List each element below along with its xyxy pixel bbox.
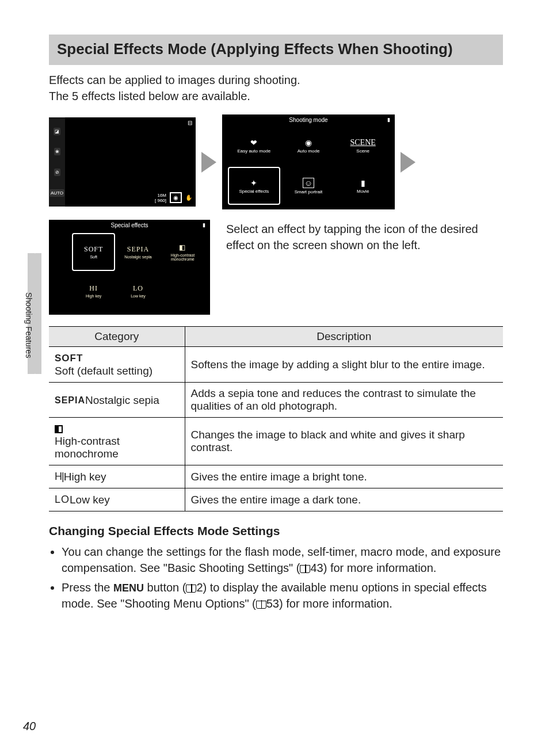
mode-movie: ▮Movie: [337, 167, 389, 205]
arrow-right-icon: [401, 152, 415, 173]
effect-soft: SOFTSoft: [72, 233, 115, 271]
menu-button-label: MENU: [113, 582, 144, 594]
page-title: Special Effects Mode (Applying Effects W…: [49, 35, 503, 65]
shooting-mode-menu-screenshot: Shooting mode ▮ ❤Easy auto mode ◉Auto mo…: [222, 114, 395, 209]
description-cell: Gives the entire image a dark tone.: [185, 488, 503, 511]
description-cell: Adds a sepia tone and reduces the contra…: [185, 383, 503, 418]
table-header-description: Description: [185, 327, 503, 347]
category-cell: LO Low key: [49, 488, 185, 511]
effect-sepia: SEPIANostalgic sepia: [116, 233, 159, 271]
preview-counter-bottom: [ 960]: [155, 198, 166, 203]
effect-high-contrast: ◧High-contrast monochrome: [161, 233, 204, 271]
shooting-mode-title: Shooting mode: [289, 117, 327, 123]
category-cell: SEPIA Nostalgic sepia: [49, 383, 185, 418]
table-row: SEPIA Nostalgic sepiaAdds a sepia tone a…: [49, 383, 503, 418]
arrow-right-icon: [201, 152, 216, 173]
mode-special-effects: ✦Special effects: [228, 167, 280, 205]
page-number: 40: [23, 720, 36, 733]
camera-preview-screenshot: ◪ ❀ ⊘ AUTO ⊟ 16M [ 960] ◉ ✋: [49, 117, 196, 207]
preview-sidebar-icon: ❀: [54, 148, 60, 155]
effect-low-key: LOLow key: [116, 272, 159, 310]
bullet-2: Press the MENU button (2) to display the…: [62, 579, 503, 612]
preview-sidebar-icon: ⊘: [54, 169, 60, 176]
bullet-1: You can change the settings for the flas…: [62, 544, 503, 576]
description-cell: Gives the entire image a bright tone.: [185, 465, 503, 488]
special-effects-menu-screenshot: Special effects ▮ SOFTSoft SEPIANostalgi…: [49, 220, 210, 315]
category-cell: High-contrast monochrome: [49, 418, 185, 465]
preview-sidebar-icon: ◪: [54, 128, 60, 135]
book-icon: [300, 565, 310, 573]
intro-line-2: The 5 effects listed below are available…: [49, 88, 503, 104]
book-icon: [256, 601, 266, 609]
book-icon: [186, 585, 196, 593]
battery-icon: ▮: [387, 117, 390, 123]
table-row: LO Low keyGives the entire image a dark …: [49, 488, 503, 511]
table-header-category: Category: [49, 327, 185, 347]
subheading: Changing Special Effects Mode Settings: [49, 524, 503, 538]
table-row: SOFT Soft (default setting)Softens the i…: [49, 347, 503, 383]
preview-sidebar-icon: AUTO: [49, 189, 64, 197]
description-cell: Softens the image by adding a slight blu…: [185, 347, 503, 383]
side-tab-label: Shooting Features: [24, 292, 33, 358]
preview-hand-icon: ✋: [185, 194, 192, 201]
category-cell: SOFT Soft (default setting): [49, 347, 185, 383]
preview-stack-icon: ⊟: [188, 120, 192, 126]
battery-icon: ▮: [203, 222, 205, 228]
effect-high-key: HIHigh key: [72, 272, 115, 310]
camera-mode-icon: ◉: [170, 192, 182, 203]
table-row: High-contrast monochromeChanges the imag…: [49, 418, 503, 465]
mode-smart-portrait: ☺Smart portrait: [283, 167, 335, 205]
mode-scene: SCENEScene: [337, 127, 389, 165]
mode-auto: ◉Auto mode: [283, 127, 335, 165]
category-cell: H| High key: [49, 465, 185, 488]
special-effects-title: Special effects: [111, 222, 148, 228]
select-instruction-text: Select an effect by tapping the icon of …: [226, 220, 503, 253]
table-row: H| High keyGives the entire image a brig…: [49, 465, 503, 488]
effect-empty: [161, 272, 204, 310]
intro-line-1: Effects can be applied to images during …: [49, 72, 503, 88]
effects-table: Category Description SOFT Soft (default …: [49, 326, 503, 511]
mode-easy-auto: ❤Easy auto mode: [228, 127, 280, 165]
description-cell: Changes the image to black and white and…: [185, 418, 503, 465]
preview-counter-top: 16M: [157, 193, 166, 198]
